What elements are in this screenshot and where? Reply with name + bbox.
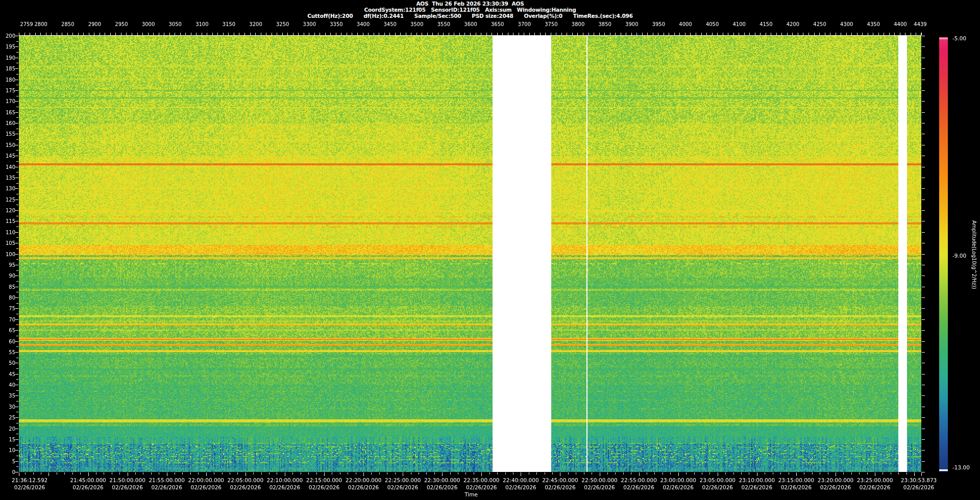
frequency-axis-label: 135 — [0, 175, 15, 181]
record-axis-label: 4250 — [813, 21, 826, 27]
date-label: 02/26/2026 — [309, 485, 340, 490]
record-axis-label: 2950 — [115, 21, 128, 27]
colorbar-bottom-tick — [939, 469, 948, 471]
frequency-axis-label: 125 — [0, 197, 15, 203]
frequency-axis-label: 20 — [0, 426, 15, 432]
colorbar-gradient — [939, 37, 948, 472]
time-label: 21:55:00.000 — [149, 478, 185, 483]
record-axis-label: 3950 — [652, 21, 665, 27]
frequency-axis-label: 30 — [0, 404, 15, 410]
time-label: 22:00:00.000 — [188, 478, 224, 483]
time-label: 22:15:00.000 — [306, 478, 342, 483]
frequency-axis-label: 120 — [0, 208, 15, 213]
frequency-axis-label: 160 — [0, 120, 15, 126]
record-axis-label: 3300 — [303, 21, 316, 27]
time-label: 22:45:00.000 — [542, 478, 578, 483]
date-label: 02/26/2026 — [270, 485, 301, 490]
frequency-axis-label: 60 — [0, 339, 15, 344]
record-axis-label: 3100 — [195, 21, 208, 27]
frequency-axis-label: 195 — [0, 44, 15, 49]
time-label: 22:50:00.000 — [581, 478, 618, 483]
time-label: 21:45:00.000 — [70, 478, 106, 483]
frequency-axis-label: 85 — [0, 284, 15, 290]
record-axis-label: 4150 — [760, 21, 772, 27]
frequency-axis-label: 25 — [0, 415, 15, 420]
record-axis-label: 4200 — [787, 21, 799, 27]
frequency-axis-label: 55 — [0, 349, 15, 355]
frequency-axis-label: 190 — [0, 55, 15, 61]
record-axis-label: 4000 — [679, 21, 692, 27]
date-label: 02/26/2026 — [663, 485, 694, 490]
frequency-axis-label: 50 — [0, 360, 15, 366]
record-axis-label: 3700 — [518, 21, 531, 27]
record-axis-label: 2759 — [20, 21, 33, 27]
date-label: 02/26/2026 — [781, 485, 812, 490]
record-axis-label: 3150 — [223, 21, 235, 27]
record-axis-label: 3550 — [437, 21, 450, 27]
record-axis-label: 3400 — [357, 21, 370, 27]
date-label: 02/26/2026 — [505, 485, 536, 490]
record-axis-label: 3800 — [572, 21, 584, 27]
date-label: 02/26/2026 — [623, 485, 654, 490]
record-axis-label: 3600 — [464, 21, 477, 27]
frequency-axis-label: 155 — [0, 131, 15, 137]
date-label: 02/26/2026 — [427, 485, 458, 490]
time-label: 22:25:00.000 — [385, 478, 421, 483]
frequency-axis-label: 105 — [0, 240, 15, 246]
frequency-axis-label: 140 — [0, 164, 15, 170]
time-label: 22:55:00.000 — [621, 478, 657, 483]
record-axis-label: 4050 — [706, 21, 719, 27]
time-label: 22:30:00.000 — [424, 478, 460, 483]
record-axis-label: 3500 — [410, 21, 423, 27]
date-label: 02/26/2026 — [742, 485, 773, 490]
frequency-axis-label: 40 — [0, 382, 15, 388]
frequency-axis-label: 90 — [0, 273, 15, 279]
record-axis-label: 3000 — [142, 21, 155, 27]
time-label: 22:20:00.000 — [346, 478, 382, 483]
frequency-axis-label: 165 — [0, 110, 15, 115]
date-label: 02/26/2026 — [72, 485, 104, 490]
spectrogram-canvas — [19, 36, 921, 472]
record-axis-label: 3050 — [169, 21, 182, 27]
time-label: 23:20:00.000 — [818, 478, 854, 483]
time-label: 23:05:00.000 — [699, 478, 736, 483]
record-axis-label: 3750 — [545, 21, 557, 27]
frequency-axis-label: 150 — [0, 142, 15, 148]
time-label: 23:30:53.873 — [901, 478, 937, 483]
frequency-axis-label: 5 — [0, 459, 15, 464]
frequency-axis-label: 175 — [0, 88, 15, 93]
record-axis-label: 4300 — [840, 21, 853, 27]
record-axis-label: 3450 — [383, 21, 396, 27]
colorbar-tick-label: -9.00 — [952, 253, 966, 259]
frequency-axis-label: 170 — [0, 98, 15, 104]
time-label: 23:25:00.000 — [857, 478, 893, 483]
colorbar-tick-label: -5.00 — [952, 35, 966, 41]
time-label: 22:40:00.000 — [503, 478, 539, 483]
record-axis-label: 2800 — [34, 21, 47, 27]
aos-spectrogram-window: AOS Thu 26 Feb 2026 23:30:39 AOS CoordSy… — [0, 0, 980, 500]
record-axis-label: 3850 — [598, 21, 611, 27]
colorbar-top-tick — [939, 38, 948, 39]
time-label: 22:10:00.000 — [267, 478, 303, 483]
frequency-axis-label: 15 — [0, 437, 15, 442]
record-axis-label: 3250 — [276, 21, 289, 27]
time-axis-title: Time — [464, 491, 478, 497]
frequency-axis-label: 145 — [0, 153, 15, 159]
date-label: 02/26/2026 — [190, 485, 222, 490]
time-label: 22:35:00.000 — [463, 478, 500, 483]
date-label: 02/26/2026 — [348, 485, 379, 490]
record-axis-label: 3900 — [625, 21, 638, 27]
time-label: 21:50:00.000 — [109, 478, 145, 483]
date-label: 02/26/2026 — [387, 485, 419, 490]
frequency-axis-label: 110 — [0, 230, 15, 235]
date-label: 02/26/2026 — [702, 485, 733, 490]
date-label: 02/26/2026 — [903, 485, 935, 490]
record-axis-label: 3650 — [491, 21, 504, 27]
date-label: 02/26/2026 — [466, 485, 497, 490]
frequency-axis-label: 10 — [0, 447, 15, 453]
frequency-axis-label: 65 — [0, 328, 15, 333]
frequency-axis-label: 45 — [0, 371, 15, 377]
frequency-axis-label: 35 — [0, 393, 15, 398]
colorbar-axis-title: Amplitude(Log10(g^2/Hz)) — [969, 37, 979, 472]
date-label: 02/26/2026 — [151, 485, 182, 490]
